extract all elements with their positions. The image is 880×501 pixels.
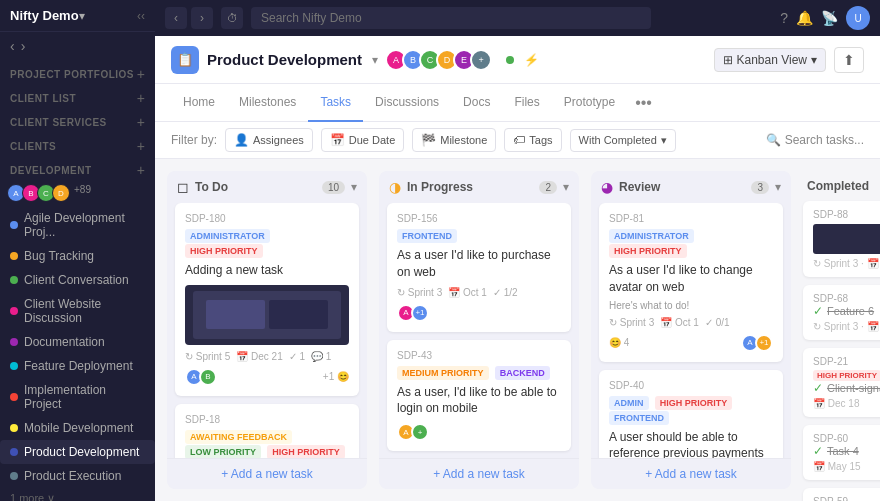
badge-high-priority: HIGH PRIORITY (609, 244, 687, 258)
sidebar-item-label: Product Execution (24, 469, 121, 483)
column-todo: ◻ To Do 10 ▾ SDP-180 ADMINISTRATOR HIGH … (167, 171, 367, 489)
add-development-button[interactable]: + (137, 162, 145, 178)
tab-discussions[interactable]: Discussions (363, 84, 451, 122)
add-task-review[interactable]: + Add a new task (591, 458, 791, 489)
help-icon[interactable]: ? (780, 10, 788, 26)
history-button[interactable]: ⏱ (221, 7, 243, 29)
section-label-client-services[interactable]: CLIENT SERVICES (10, 117, 107, 128)
card-id: SDP-180 (185, 213, 349, 224)
filter-completed[interactable]: With Completed ▾ (570, 129, 676, 152)
sidebar-item-client-website[interactable]: Client Website Discussion (0, 292, 155, 330)
nav-buttons: ‹ › (165, 7, 213, 29)
development-avatars: A B C D +89 (0, 180, 155, 206)
sidebar-item-documentation[interactable]: Documentation (0, 330, 155, 354)
main-content: ‹ › ⏱ ? 🔔 📡 U 📋 Product Development ▾ A … (155, 0, 880, 501)
forward-button[interactable]: › (191, 7, 213, 29)
sidebar-item-agile[interactable]: Agile Development Proj... (0, 206, 155, 244)
badge-awaiting-feedback: AWAITING FEEDBACK (185, 430, 292, 444)
column-review: ◕ Review 3 ▾ SDP-81 ADMINISTRATOR HIGH P… (591, 171, 791, 489)
back-nav-icon[interactable]: ‹ (10, 38, 15, 54)
filter-due-date[interactable]: 📅 Due Date (321, 128, 404, 152)
card-id: SDP-43 (397, 350, 561, 361)
add-clients-button[interactable]: + (137, 138, 145, 154)
more-items[interactable]: 1 more ∨ (0, 488, 155, 501)
due-date-info: 📅 Oct 1 (660, 317, 699, 328)
todo-col-icon: ◻ (177, 179, 189, 195)
topbar-right: ? 🔔 📡 U (780, 6, 870, 30)
due-date-info: 📅 Oct 1 (448, 287, 487, 298)
assignee-avatar-2: +1 (755, 334, 773, 352)
project-title: Product Development (207, 51, 362, 68)
assignees-icon: 👤 (234, 133, 249, 147)
sidebar-nav: ‹ › (0, 32, 155, 60)
review-col-chevron[interactable]: ▾ (775, 180, 781, 194)
check-icon: ✓ (813, 444, 823, 458)
tab-files[interactable]: Files (502, 84, 551, 122)
card-footer: A B +1 😊 (185, 368, 349, 386)
review-col-count: 3 (751, 181, 769, 194)
member-avatar-6: + (470, 49, 492, 71)
back-button[interactable]: ‹ (165, 7, 187, 29)
card-meta: ↻ Sprint 3 📅 Oct 1 ✓ 0/1 (609, 317, 773, 328)
sidebar-item-implementation[interactable]: Implementation Project (0, 378, 155, 416)
completed-card-meta: ↻ Sprint 3 · 📅 Oct 1 (813, 321, 880, 332)
view-chevron-icon: ▾ (811, 53, 817, 67)
kanban-board: ◻ To Do 10 ▾ SDP-180 ADMINISTRATOR HIGH … (155, 159, 880, 501)
inprogress-col-chevron[interactable]: ▾ (563, 180, 569, 194)
todo-col-title: To Do (195, 180, 316, 194)
sidebar-item-bug-tracking[interactable]: Bug Tracking (0, 244, 155, 268)
filter-assignees[interactable]: 👤 Assignees (225, 128, 313, 152)
project-title-chevron[interactable]: ▾ (372, 53, 378, 67)
section-label-clients[interactable]: CLIENTS (10, 141, 56, 152)
dot-icon (10, 221, 18, 229)
tab-milestones[interactable]: Milestones (227, 84, 308, 122)
sidebar-item-product-execution[interactable]: Product Execution (0, 464, 155, 488)
sidebar-item-label: Implementation Project (24, 383, 145, 411)
section-label-portfolios[interactable]: PROJECT PORTFOLIOS (10, 69, 134, 80)
tab-home[interactable]: Home (171, 84, 227, 122)
filter-tags[interactable]: 🏷 Tags (504, 128, 561, 152)
completed-card-row: ✓ Feature 6 (813, 304, 880, 318)
add-client-list-button[interactable]: + (137, 90, 145, 106)
card-id: SDP-81 (609, 213, 773, 224)
more-tabs-icon[interactable]: ••• (627, 94, 660, 112)
tab-docs[interactable]: Docs (451, 84, 502, 122)
card-sdp-43: SDP-43 MEDIUM PRIORITY BACKEND As a user… (387, 340, 571, 452)
sidebar-item-mobile-development[interactable]: Mobile Development (0, 416, 155, 440)
completed-card-image (813, 224, 880, 254)
broadcast-icon[interactable]: 📡 (821, 10, 838, 26)
forward-nav-icon[interactable]: › (21, 38, 26, 54)
search-tasks[interactable]: 🔍 Search tasks... (766, 133, 864, 147)
user-avatar[interactable]: U (846, 6, 870, 30)
sidebar-item-feature-deployment[interactable]: Feature Deployment (0, 354, 155, 378)
badge-admin: ADMIN (609, 396, 649, 410)
card-comment: Here's what to do! (609, 300, 773, 311)
add-task-inprogress[interactable]: + Add a new task (379, 458, 579, 489)
todo-col-chevron[interactable]: ▾ (351, 180, 357, 194)
completed-label: With Completed (579, 134, 657, 146)
filter-milestone[interactable]: 🏁 Milestone (412, 128, 496, 152)
card-title: A user should be able to reference previ… (609, 429, 773, 458)
add-task-todo[interactable]: + Add a new task (167, 458, 367, 489)
tab-tasks[interactable]: Tasks (308, 84, 363, 122)
notification-icon[interactable]: 🔔 (796, 10, 813, 26)
export-button[interactable]: ⬆ (834, 47, 864, 73)
sidebar-item-product-development[interactable]: Product Development (0, 440, 155, 464)
add-client-services-button[interactable]: + (137, 114, 145, 130)
search-input[interactable] (251, 7, 651, 29)
section-label-development[interactable]: DEVELOPMENT (10, 165, 92, 176)
tab-prototype[interactable]: Prototype (552, 84, 627, 122)
sidebar-item-client-conversation[interactable]: Client Conversation (0, 268, 155, 292)
section-label-client-list[interactable]: CLIENT LIST (10, 93, 76, 104)
check-icon: ✓ (813, 304, 823, 318)
collapse-icon[interactable]: ‹‹ (137, 9, 145, 23)
card-badges: MEDIUM PRIORITY BACKEND (397, 365, 561, 380)
sidebar-item-label: Client Conversation (24, 273, 129, 287)
card-footer: A +1 (397, 304, 561, 322)
dot-icon (10, 472, 18, 480)
completed-chevron-icon: ▾ (661, 134, 667, 147)
project-icon: 📋 (171, 46, 199, 74)
search-tasks-label: Search tasks... (785, 133, 864, 147)
add-portfolio-button[interactable]: + (137, 66, 145, 82)
view-selector[interactable]: ⊞ Kanban View ▾ (714, 48, 827, 72)
